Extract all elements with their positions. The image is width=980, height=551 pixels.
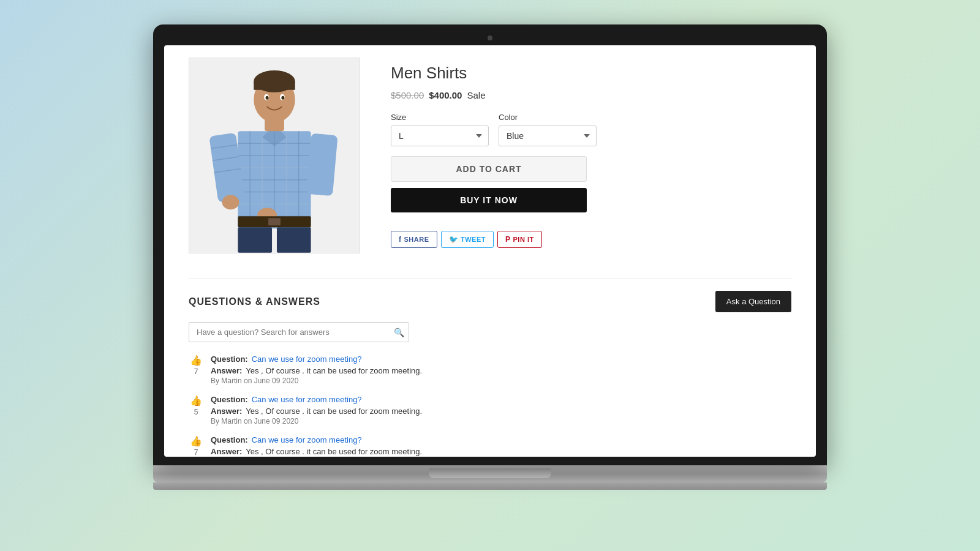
- svg-rect-19: [306, 133, 337, 197]
- size-label: Size: [391, 113, 489, 122]
- svg-rect-31: [268, 218, 281, 225]
- vote-thumb-1[interactable]: 👍: [190, 395, 202, 407]
- color-select[interactable]: Blue Red Green White Black: [499, 126, 597, 146]
- vote-count-2: 7: [194, 448, 198, 457]
- question-label-2: Question:: [211, 435, 248, 444]
- qa-content-0: Question: Can we use for zoom meeting? A…: [211, 354, 791, 385]
- search-icon: 🔍: [394, 328, 404, 337]
- size-option-group: Size L M S XL XXL: [391, 113, 489, 146]
- page-content: Men Shirts $500.00 $400.00 Sale Size L: [164, 45, 816, 457]
- qa-item: 👍 7 Question: Can we use for zoom meetin…: [189, 435, 791, 457]
- laptop-foot: [153, 482, 827, 490]
- answer-text-2: Yes , Of course . it can be used for zoo…: [246, 447, 422, 456]
- question-label-0: Question:: [211, 354, 248, 364]
- color-option-group: Color Blue Red Green White Black: [499, 113, 597, 146]
- search-icon-button[interactable]: 🔍: [394, 328, 404, 337]
- qa-meta-0: By Martin on June 09 2020: [211, 377, 791, 385]
- question-text-2[interactable]: Can we use for zoom meeting?: [252, 435, 362, 444]
- question-text-1[interactable]: Can we use for zoom meeting?: [252, 395, 362, 404]
- qa-answer-1: Answer: Yes , Of course . it can be used…: [211, 407, 791, 416]
- laptop-camera: [488, 36, 492, 40]
- laptop-notch: [429, 468, 551, 478]
- vote-count-0: 7: [194, 367, 198, 376]
- answer-label-1: Answer:: [211, 407, 242, 416]
- qa-vote-2: 👍 7: [189, 435, 203, 457]
- add-to-cart-button[interactable]: ADD TO CART: [391, 156, 587, 182]
- product-image-container: [189, 58, 360, 253]
- qa-question-1: Question: Can we use for zoom meeting?: [211, 395, 791, 404]
- qa-question-0: Question: Can we use for zoom meeting?: [211, 354, 791, 364]
- qa-answer-0: Answer: Yes , Of course . it can be used…: [211, 366, 791, 375]
- qa-section: QUESTIONS & ANSWERS Ask a Question 🔍 👍 7: [189, 278, 791, 457]
- price-original: $500.00: [391, 90, 424, 100]
- buy-it-now-button[interactable]: BUY IT NOW: [391, 188, 587, 212]
- qa-answer-2: Answer: Yes , Of course . it can be used…: [211, 447, 791, 456]
- question-label-1: Question:: [211, 395, 248, 404]
- qa-section-title: QUESTIONS & ANSWERS: [189, 296, 320, 307]
- answer-text-0: Yes , Of course . it can be used for zoo…: [246, 366, 422, 375]
- qa-item: 👍 5 Question: Can we use for zoom meetin…: [189, 395, 791, 425]
- qa-content-1: Question: Can we use for zoom meeting? A…: [211, 395, 791, 425]
- ask-question-button[interactable]: Ask a Question: [715, 291, 791, 312]
- vote-thumb-2[interactable]: 👍: [190, 435, 202, 447]
- qa-search-bar: 🔍: [189, 322, 409, 342]
- laptop-base: [153, 465, 827, 482]
- screen-bezel: Men Shirts $500.00 $400.00 Sale Size L: [153, 24, 827, 465]
- qa-list: 👍 7 Question: Can we use for zoom meetin…: [189, 354, 791, 457]
- product-info: Men Shirts $500.00 $400.00 Sale Size L: [391, 58, 791, 253]
- social-buttons: f SHARE 🐦 TWEET P PIN IT: [391, 231, 791, 248]
- product-section: Men Shirts $500.00 $400.00 Sale Size L: [189, 58, 791, 253]
- qa-meta-1: By Martin on June 09 2020: [211, 417, 791, 425]
- vote-thumb-0[interactable]: 👍: [190, 354, 202, 366]
- vote-count-1: 5: [194, 408, 198, 416]
- size-select[interactable]: L M S XL XXL: [391, 126, 489, 146]
- qa-vote-0: 👍 7: [189, 354, 203, 376]
- answer-label-2: Answer:: [211, 447, 242, 456]
- svg-point-29: [281, 96, 284, 100]
- pin-label: PIN IT: [513, 236, 534, 243]
- share-facebook-button[interactable]: f SHARE: [391, 231, 437, 248]
- color-label: Color: [499, 113, 597, 122]
- pin-it-button[interactable]: P PIN IT: [497, 231, 542, 248]
- qa-content-2: Question: Can we use for zoom meeting? A…: [211, 435, 791, 457]
- qa-item: 👍 7 Question: Can we use for zoom meetin…: [189, 354, 791, 385]
- answer-label-0: Answer:: [211, 366, 242, 375]
- svg-rect-33: [277, 227, 311, 253]
- facebook-icon: f: [399, 235, 402, 244]
- tweet-label: TWEET: [461, 236, 486, 243]
- laptop-screen: Men Shirts $500.00 $400.00 Sale Size L: [164, 45, 816, 457]
- product-title: Men Shirts: [391, 64, 791, 83]
- share-label: SHARE: [404, 236, 429, 243]
- pinterest-icon: P: [505, 235, 511, 244]
- price-sale-label: Sale: [467, 90, 485, 100]
- qa-header: QUESTIONS & ANSWERS Ask a Question: [189, 291, 791, 312]
- laptop-container: Men Shirts $500.00 $400.00 Sale Size L: [153, 24, 827, 527]
- svg-point-28: [266, 96, 269, 100]
- product-options: Size L M S XL XXL Color: [391, 113, 791, 146]
- product-price: $500.00 $400.00 Sale: [391, 90, 791, 100]
- svg-rect-25: [254, 81, 295, 90]
- search-input[interactable]: [189, 322, 409, 342]
- question-text-0[interactable]: Can we use for zoom meeting?: [252, 354, 362, 364]
- svg-point-20: [222, 195, 239, 210]
- twitter-icon: 🐦: [449, 235, 459, 244]
- qa-question-2: Question: Can we use for zoom meeting?: [211, 435, 791, 444]
- svg-rect-32: [238, 227, 272, 253]
- answer-text-1: Yes , Of course . it can be used for zoo…: [246, 407, 422, 416]
- price-sale: $400.00: [429, 90, 462, 100]
- tweet-button[interactable]: 🐦 TWEET: [441, 231, 494, 248]
- qa-vote-1: 👍 5: [189, 395, 203, 416]
- product-image: [189, 58, 360, 253]
